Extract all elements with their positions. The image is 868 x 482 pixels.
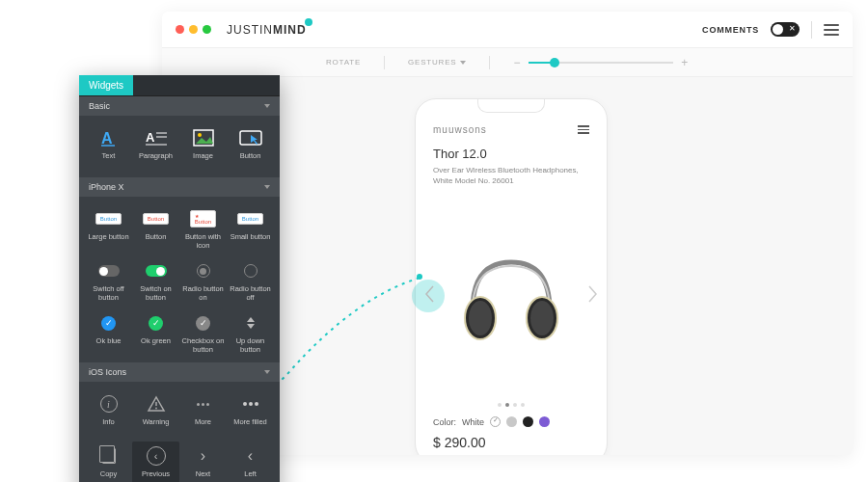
widget-switch-on[interactable]: Switch on button bbox=[132, 256, 179, 307]
brand-dot-icon bbox=[305, 18, 312, 26]
widget-button[interactable]: Button bbox=[227, 123, 274, 174]
window-controls[interactable] bbox=[176, 25, 211, 34]
chevron-down-icon bbox=[264, 185, 270, 189]
separator bbox=[489, 56, 490, 69]
widget-copy[interactable]: Copy bbox=[85, 442, 132, 482]
image-icon bbox=[191, 127, 216, 148]
widget-image[interactable]: Image bbox=[179, 123, 227, 174]
widget-paragraph[interactable]: A Paragraph bbox=[132, 123, 179, 174]
swatch-purple[interactable] bbox=[539, 416, 550, 427]
widget-updown[interactable]: Up down button bbox=[227, 308, 274, 359]
more-icon bbox=[197, 403, 209, 406]
zoom-in-icon[interactable]: + bbox=[681, 56, 689, 69]
check-blue-icon: ✓ bbox=[101, 316, 116, 331]
titlebar: JUSTINMIND COMMENTS ✕ bbox=[162, 12, 853, 48]
widget-ok-green[interactable]: ✓Ok green bbox=[132, 308, 179, 359]
paragraph-icon: A bbox=[144, 127, 169, 148]
radio-off-icon bbox=[244, 264, 258, 278]
connector-end-dot bbox=[417, 274, 422, 280]
swatch-black[interactable] bbox=[523, 416, 533, 427]
phone-mockup: muuwsons Thor 12.0 Over Ear Wireless Blu… bbox=[415, 98, 608, 455]
product-price: $ 290.00 bbox=[433, 435, 589, 450]
iphonex-grid: ButtonLarge button ButtonButton ButtonBu… bbox=[79, 197, 280, 362]
basic-grid: A Text A Paragraph Image Button bbox=[79, 116, 280, 177]
section-basic[interactable]: Basic bbox=[79, 96, 280, 116]
copy-icon bbox=[102, 448, 116, 464]
widget-small-button[interactable]: ButtonSmall button bbox=[227, 204, 274, 254]
updown-icon bbox=[247, 317, 255, 329]
divider bbox=[811, 21, 812, 39]
product-image bbox=[453, 243, 569, 349]
widget-button-plain[interactable]: ButtonButton bbox=[132, 204, 179, 254]
carousel-prev-button[interactable] bbox=[423, 284, 437, 308]
widgets-tab[interactable]: Widgets bbox=[79, 75, 133, 95]
comments-label: COMMENTS bbox=[702, 25, 759, 35]
widget-button-icon[interactable]: ButtonButton with icon bbox=[179, 204, 227, 254]
widget-switch-off[interactable]: Switch off button bbox=[85, 256, 132, 307]
switch-off-icon bbox=[98, 265, 120, 277]
maximize-icon[interactable] bbox=[203, 25, 211, 34]
chevron-down-icon bbox=[460, 61, 466, 65]
widget-radio-off[interactable]: Radio button off bbox=[227, 256, 274, 307]
color-label: Color: bbox=[433, 417, 456, 427]
switch-on-icon bbox=[146, 265, 167, 277]
separator bbox=[384, 56, 385, 69]
widget-checkbox-on[interactable]: ✓Checkbox on button bbox=[179, 308, 227, 359]
svg-point-4 bbox=[530, 301, 554, 335]
chevron-left-circle-icon: ‹ bbox=[147, 446, 166, 466]
swatch-white[interactable] bbox=[490, 416, 501, 427]
widget-more-filled[interactable]: More filled bbox=[227, 389, 274, 440]
svg-point-16 bbox=[155, 408, 157, 410]
zoom-slider[interactable]: − + bbox=[513, 56, 689, 69]
svg-point-1 bbox=[469, 301, 492, 335]
section-ios-icons[interactable]: iOS Icons bbox=[79, 362, 280, 382]
chevron-down-icon bbox=[264, 104, 270, 108]
slider-thumb[interactable] bbox=[550, 58, 559, 67]
toolbar: ROTATE GESTURES − + bbox=[162, 48, 853, 77]
minimize-icon[interactable] bbox=[189, 25, 198, 34]
widget-radio-on[interactable]: Radio button on bbox=[179, 256, 227, 307]
widget-large-button[interactable]: ButtonLarge button bbox=[85, 204, 132, 254]
chevron-right-icon: › bbox=[201, 447, 205, 465]
zoom-out-icon[interactable]: − bbox=[513, 56, 521, 69]
widget-text[interactable]: A Text bbox=[85, 123, 132, 174]
info-icon: i bbox=[100, 395, 118, 413]
menu-button[interactable] bbox=[824, 24, 839, 36]
widget-previous[interactable]: ‹Previous bbox=[132, 442, 179, 482]
widget-ok-blue[interactable]: ✓Ok blue bbox=[85, 308, 132, 359]
carousel-next-button[interactable] bbox=[585, 284, 599, 308]
store-brand: muuwsons bbox=[433, 124, 487, 135]
svg-text:A: A bbox=[146, 130, 155, 145]
chevron-down-icon bbox=[264, 370, 270, 374]
phone-menu-button[interactable] bbox=[578, 125, 589, 134]
svg-point-13 bbox=[198, 133, 202, 137]
product-image-carousel bbox=[433, 194, 589, 397]
carousel-dots[interactable] bbox=[433, 403, 589, 407]
slider-track[interactable] bbox=[529, 62, 673, 64]
gestures-dropdown[interactable]: GESTURES bbox=[408, 58, 466, 67]
rotate-button[interactable]: ROTATE bbox=[326, 58, 361, 67]
check-green-icon: ✓ bbox=[149, 316, 163, 331]
widget-next[interactable]: ›Next bbox=[179, 442, 227, 482]
phone-notch bbox=[477, 99, 545, 113]
toggle-off-icon: ✕ bbox=[789, 24, 796, 33]
close-icon[interactable] bbox=[176, 25, 184, 34]
color-picker-row: Color: White bbox=[433, 416, 589, 427]
check-grey-icon: ✓ bbox=[196, 316, 210, 331]
widgets-tabs: Widgets bbox=[79, 75, 280, 96]
ios-icons-grid: iInfo Warning More More filled Copy ‹Pre… bbox=[79, 382, 280, 482]
brand-logo: JUSTINMIND bbox=[227, 23, 314, 37]
swatch-silver[interactable] bbox=[506, 416, 517, 427]
widget-warning[interactable]: Warning bbox=[132, 389, 179, 440]
warning-icon bbox=[144, 393, 169, 415]
product-subtitle: Over Ear Wireless Bluetooth Headphones, … bbox=[433, 165, 589, 186]
product-title: Thor 12.0 bbox=[433, 147, 589, 161]
widget-more[interactable]: More bbox=[179, 389, 227, 440]
widget-left[interactable]: ‹Left bbox=[227, 442, 274, 482]
chevron-left-icon: ‹ bbox=[248, 447, 253, 465]
comments-toggle[interactable]: ✕ bbox=[771, 22, 800, 37]
widget-info[interactable]: iInfo bbox=[85, 389, 132, 440]
section-iphonex[interactable]: iPhone X bbox=[79, 177, 280, 197]
text-icon: A bbox=[96, 127, 122, 148]
widgets-panel[interactable]: Widgets Basic A Text A Paragraph Image B… bbox=[79, 75, 280, 482]
